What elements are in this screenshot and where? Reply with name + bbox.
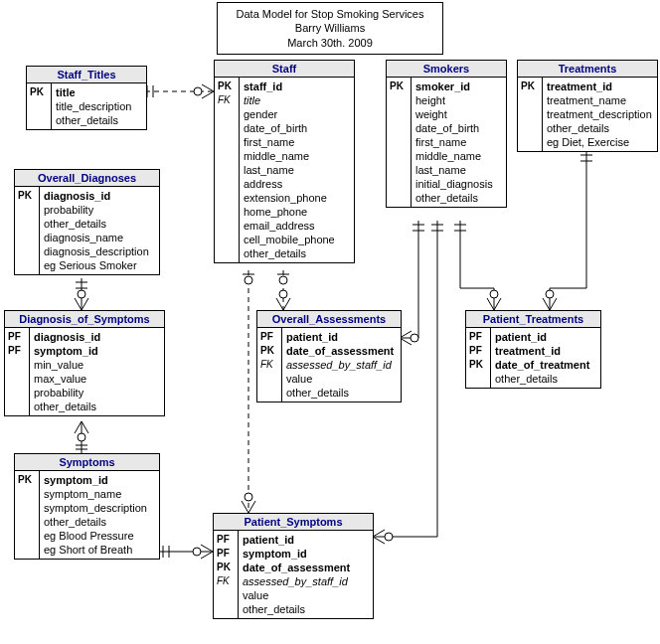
title-line-1: Data Model for Stop Smoking Services bbox=[226, 7, 434, 21]
attr: assessed_by_staff_id bbox=[286, 358, 397, 372]
entity-header: Overall_Assessments bbox=[257, 311, 401, 328]
attr: date_of_birth bbox=[415, 121, 502, 135]
entity-header: Patient_Symptoms bbox=[214, 514, 373, 531]
key-indicator bbox=[30, 99, 48, 113]
entity-header: Patient_Treatments bbox=[466, 311, 600, 328]
attr: date_of_assessment bbox=[243, 561, 369, 574]
attr: treatment_name bbox=[547, 93, 653, 107]
svg-point-5 bbox=[194, 87, 202, 95]
entity-note: eg Serious Smoker bbox=[44, 258, 155, 272]
attr: middle_name bbox=[244, 149, 350, 163]
attr: address bbox=[244, 177, 350, 191]
svg-line-47 bbox=[373, 530, 385, 537]
key-indicator: PF bbox=[260, 330, 278, 344]
entity-header: Staff bbox=[215, 61, 354, 78]
attr: email_address bbox=[244, 219, 350, 233]
attr: smoker_id bbox=[415, 80, 502, 93]
key-indicator: PF bbox=[469, 330, 487, 344]
svg-line-28 bbox=[283, 298, 290, 310]
title-line-2: Barry Williams bbox=[226, 21, 434, 35]
attr: staff_id bbox=[244, 80, 350, 93]
svg-line-22 bbox=[201, 552, 213, 559]
key-indicator: PK bbox=[260, 344, 278, 358]
key-indicator: PF bbox=[217, 547, 235, 561]
entity-overall-diagnoses: Overall_Diagnoses PK diagnosis_id probab… bbox=[14, 169, 160, 275]
attr: diagnosis_id bbox=[44, 189, 155, 203]
attr: height bbox=[415, 93, 502, 107]
attr: patient_id bbox=[495, 330, 596, 344]
svg-point-23 bbox=[193, 548, 201, 556]
key-indicator: PK bbox=[18, 189, 36, 203]
key-indicator: PK bbox=[18, 473, 36, 487]
entity-staff-titles: Staff_Titles PK title title_description … bbox=[26, 66, 147, 130]
svg-line-64 bbox=[550, 298, 557, 310]
attr: gender bbox=[244, 107, 350, 121]
attr: symptom_id bbox=[44, 473, 155, 487]
svg-line-10 bbox=[82, 298, 88, 310]
entity-symptoms: Symptoms PK symptom_id symptom_name symp… bbox=[14, 453, 160, 560]
entity-header: Smokers bbox=[387, 61, 506, 78]
attr: home_phone bbox=[244, 205, 350, 219]
entity-diagnosis-of-symptoms: Diagnosis_of_Symptoms PF PF diagnosis_id… bbox=[4, 310, 165, 416]
entity-header: Overall_Diagnoses bbox=[15, 170, 159, 187]
key-indicator: PF bbox=[469, 344, 487, 358]
attr: other_details bbox=[495, 372, 596, 386]
entity-staff: Staff PK FK staff_id title gender date_o… bbox=[214, 60, 355, 263]
key-indicator: PF bbox=[8, 344, 26, 358]
attr: diagnosis_id bbox=[34, 330, 160, 344]
svg-line-33 bbox=[242, 501, 248, 513]
attr: other_details bbox=[34, 400, 160, 413]
attr: first_name bbox=[415, 135, 502, 149]
entity-header: Diagnosis_of_Symptoms bbox=[5, 311, 164, 328]
attr: title_description bbox=[56, 99, 142, 113]
attr: value bbox=[243, 588, 369, 602]
entity-note: eg Short of Breath bbox=[44, 543, 155, 557]
key-indicator: PK bbox=[30, 85, 48, 99]
svg-line-56 bbox=[494, 298, 501, 310]
attr: value bbox=[286, 372, 397, 386]
attr: other_details bbox=[44, 217, 155, 231]
attr: probability bbox=[34, 386, 160, 400]
key-indicator bbox=[30, 113, 48, 127]
svg-line-9 bbox=[75, 298, 82, 310]
svg-point-65 bbox=[546, 290, 554, 298]
entity-header: Symptoms bbox=[15, 454, 159, 471]
svg-line-63 bbox=[543, 298, 550, 310]
key-indicator: PK bbox=[218, 80, 236, 93]
svg-line-14 bbox=[82, 421, 88, 433]
entity-note: eg Blood Pressure bbox=[44, 529, 155, 543]
key-indicator: FK bbox=[260, 358, 278, 372]
attr: patient_id bbox=[243, 533, 369, 547]
attr: other_details bbox=[547, 121, 653, 135]
svg-point-57 bbox=[490, 290, 498, 298]
svg-line-13 bbox=[75, 421, 82, 433]
attr: symptom_id bbox=[243, 547, 369, 561]
svg-point-35 bbox=[245, 493, 252, 501]
svg-point-26 bbox=[279, 276, 287, 284]
svg-point-42 bbox=[411, 334, 418, 342]
svg-line-4 bbox=[202, 91, 214, 98]
attr: treatment_id bbox=[547, 80, 653, 93]
diagram-title-box: Data Model for Stop Smoking Services Bar… bbox=[217, 2, 443, 55]
key-indicator: PK bbox=[469, 358, 487, 372]
key-indicator: FK bbox=[218, 93, 236, 107]
svg-line-21 bbox=[201, 545, 213, 552]
attr: other_details bbox=[44, 515, 155, 529]
attr: min_value bbox=[34, 358, 160, 372]
attr: patient_id bbox=[286, 330, 397, 344]
attr: symptom_description bbox=[44, 501, 155, 515]
attr: last_name bbox=[244, 163, 350, 177]
attr: symptom_id bbox=[34, 344, 160, 358]
attr: other_details bbox=[244, 246, 350, 260]
svg-point-29 bbox=[279, 290, 287, 298]
svg-point-15 bbox=[78, 433, 85, 441]
entity-header: Staff_Titles bbox=[27, 67, 146, 83]
attr: date_of_birth bbox=[244, 121, 350, 135]
attr: first_name bbox=[244, 135, 350, 149]
attr: initial_diagnosis bbox=[415, 177, 502, 191]
attr: diagnosis_name bbox=[44, 231, 155, 244]
attr: assessed_by_staff_id bbox=[243, 574, 369, 588]
key-indicator: PF bbox=[8, 330, 26, 344]
attr: diagnosis_description bbox=[44, 244, 155, 258]
svg-line-3 bbox=[202, 84, 214, 91]
